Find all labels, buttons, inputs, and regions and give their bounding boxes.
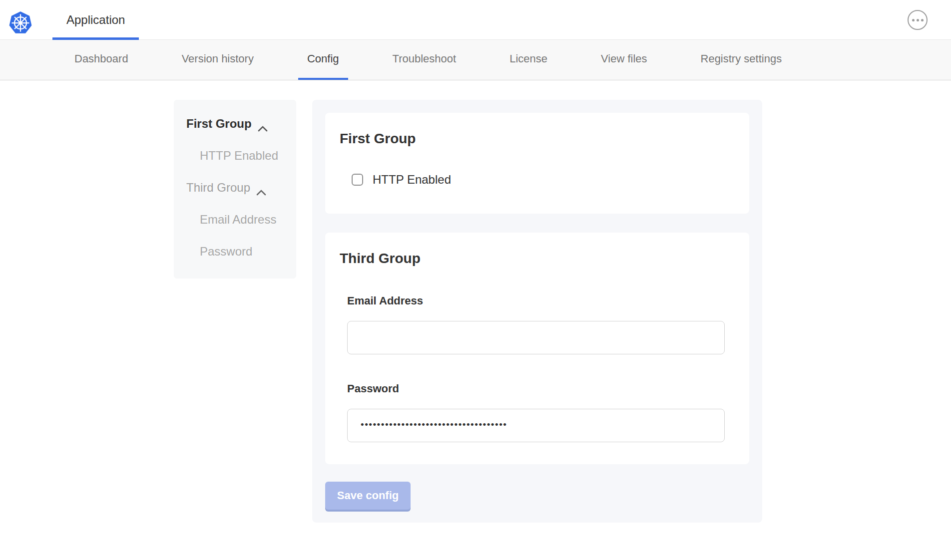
config-page: First Group HTTP Enabled Third Group Ema…: [0, 80, 951, 523]
nav-group-label: Third Group: [186, 181, 250, 195]
config-group-card-third-group: Third Group Email Address Password •••••…: [325, 233, 749, 464]
nav-item-password[interactable]: Password: [200, 245, 286, 259]
tab-version-history[interactable]: Version history: [173, 40, 263, 80]
config-form-panel: First Group HTTP Enabled Third Group Ema…: [312, 100, 762, 523]
tab-license[interactable]: License: [500, 40, 556, 80]
email-address-input[interactable]: [347, 321, 725, 354]
ellipsis-icon: [912, 19, 915, 21]
nav-item-email-address[interactable]: Email Address: [200, 213, 286, 227]
group-title: First Group: [340, 131, 735, 147]
nav-group-first-group[interactable]: First Group: [186, 117, 286, 131]
field-label: Email Address: [347, 294, 735, 307]
config-group-card-first-group: First Group HTTP Enabled: [325, 113, 749, 214]
app-tab-label: Application: [66, 13, 125, 27]
tab-config[interactable]: Config: [298, 40, 348, 80]
tab-troubleshoot[interactable]: Troubleshoot: [384, 40, 466, 80]
kots-admin-console: Application Dashboard Version history Co…: [0, 0, 951, 560]
chevron-up-icon: [256, 185, 266, 191]
group-title: Third Group: [340, 251, 735, 267]
config-group-nav: First Group HTTP Enabled Third Group Ema…: [174, 100, 296, 279]
field-label: Password: [347, 382, 735, 395]
http-enabled-checkbox[interactable]: [352, 174, 363, 186]
password-input[interactable]: ••••••••••••••••••••••••••••••••••••: [347, 409, 725, 442]
save-config-button[interactable]: Save config: [325, 482, 411, 510]
password-field-group: Password •••••••••••••••••••••••••••••••…: [347, 382, 735, 442]
password-masked-value: ••••••••••••••••••••••••••••••••••••: [361, 420, 507, 429]
http-enabled-checkbox-row[interactable]: HTTP Enabled: [352, 173, 735, 187]
kubernetes-logo-icon: [7, 10, 34, 35]
chevron-up-icon: [258, 121, 268, 127]
app-nav-tab-application[interactable]: Application: [52, 0, 139, 39]
nav-group-label: First Group: [186, 117, 252, 131]
tab-view-files[interactable]: View files: [592, 40, 656, 80]
tab-dashboard[interactable]: Dashboard: [65, 40, 137, 80]
nav-item-http-enabled[interactable]: HTTP Enabled: [200, 149, 286, 163]
app-tabbar: Dashboard Version history Config Trouble…: [0, 40, 951, 80]
tab-registry-settings[interactable]: Registry settings: [692, 40, 791, 80]
email-address-field-group: Email Address: [347, 294, 735, 354]
checkbox-label: HTTP Enabled: [373, 173, 451, 187]
overflow-menu-button[interactable]: [908, 10, 928, 30]
header-spacer: [139, 0, 908, 39]
nav-group-third-group[interactable]: Third Group: [186, 181, 286, 195]
app-header: Application: [0, 0, 951, 40]
